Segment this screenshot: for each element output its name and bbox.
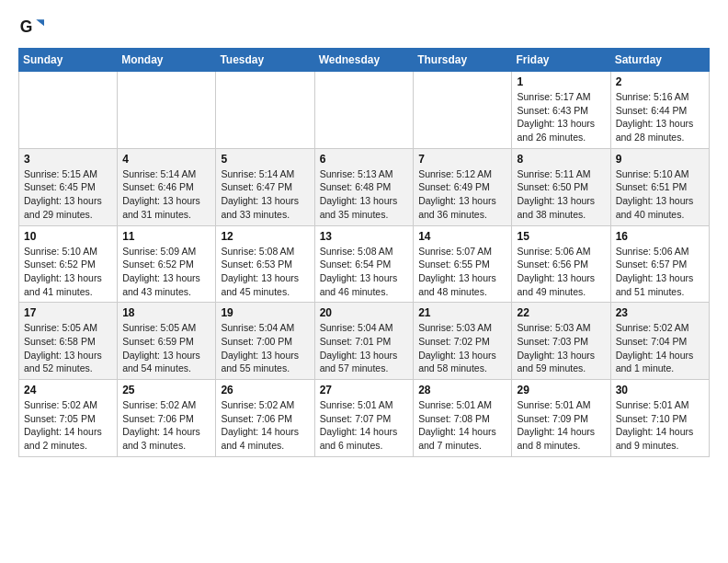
day-info: Sunrise: 5:07 AM Sunset: 6:55 PM Dayligh… <box>418 245 506 299</box>
calendar-cell: 3Sunrise: 5:15 AM Sunset: 6:45 PM Daylig… <box>19 148 118 225</box>
day-info: Sunrise: 5:02 AM Sunset: 7:04 PM Dayligh… <box>616 321 704 375</box>
day-number: 29 <box>517 384 605 396</box>
day-number: 26 <box>221 384 309 396</box>
week-row: 10Sunrise: 5:10 AM Sunset: 6:52 PM Dayli… <box>19 225 710 303</box>
calendar-cell: 23Sunrise: 5:02 AM Sunset: 7:04 PM Dayli… <box>610 303 709 380</box>
day-number: 12 <box>221 230 309 243</box>
day-number: 2 <box>616 75 704 88</box>
day-number: 14 <box>418 230 506 243</box>
week-row: 3Sunrise: 5:15 AM Sunset: 6:45 PM Daylig… <box>19 148 710 225</box>
weekday-header: Friday <box>512 49 610 72</box>
calendar-cell <box>19 72 118 149</box>
day-info: Sunrise: 5:01 AM Sunset: 7:07 PM Dayligh… <box>320 398 409 453</box>
page-header: G <box>18 15 710 40</box>
day-number: 16 <box>616 230 704 243</box>
day-info: Sunrise: 5:01 AM Sunset: 7:09 PM Dayligh… <box>517 398 605 453</box>
day-number: 3 <box>24 153 112 166</box>
day-info: Sunrise: 5:11 AM Sunset: 6:50 PM Dayligh… <box>517 167 605 222</box>
calendar-cell: 8Sunrise: 5:11 AM Sunset: 6:50 PM Daylig… <box>512 148 610 225</box>
day-info: Sunrise: 5:05 AM Sunset: 6:58 PM Dayligh… <box>24 321 112 375</box>
svg-marker-1 <box>36 19 44 26</box>
logo: G <box>18 15 48 40</box>
day-number: 24 <box>24 384 112 396</box>
day-number: 17 <box>24 306 112 319</box>
calendar-cell <box>314 72 414 149</box>
calendar-cell: 7Sunrise: 5:12 AM Sunset: 6:49 PM Daylig… <box>414 148 512 225</box>
day-number: 9 <box>616 153 704 166</box>
day-info: Sunrise: 5:06 AM Sunset: 6:57 PM Dayligh… <box>616 245 704 299</box>
calendar-cell: 9Sunrise: 5:10 AM Sunset: 6:51 PM Daylig… <box>610 148 709 225</box>
day-info: Sunrise: 5:03 AM Sunset: 7:03 PM Dayligh… <box>517 321 605 375</box>
day-info: Sunrise: 5:02 AM Sunset: 7:06 PM Dayligh… <box>221 398 309 453</box>
calendar-cell: 13Sunrise: 5:08 AM Sunset: 6:54 PM Dayli… <box>314 225 414 303</box>
day-info: Sunrise: 5:05 AM Sunset: 6:59 PM Dayligh… <box>122 321 210 375</box>
calendar: SundayMondayTuesdayWednesdayThursdayFrid… <box>18 48 710 457</box>
day-number: 30 <box>616 384 704 396</box>
calendar-cell: 1Sunrise: 5:17 AM Sunset: 6:43 PM Daylig… <box>512 72 610 149</box>
day-info: Sunrise: 5:03 AM Sunset: 7:02 PM Dayligh… <box>418 321 506 375</box>
day-number: 13 <box>320 230 409 243</box>
calendar-cell: 16Sunrise: 5:06 AM Sunset: 6:57 PM Dayli… <box>610 225 709 303</box>
day-number: 8 <box>517 153 605 166</box>
day-info: Sunrise: 5:06 AM Sunset: 6:56 PM Dayligh… <box>517 245 605 299</box>
day-info: Sunrise: 5:04 AM Sunset: 7:00 PM Dayligh… <box>221 321 309 375</box>
calendar-cell: 2Sunrise: 5:16 AM Sunset: 6:44 PM Daylig… <box>610 72 709 149</box>
day-number: 19 <box>221 306 309 319</box>
calendar-cell: 14Sunrise: 5:07 AM Sunset: 6:55 PM Dayli… <box>414 225 512 303</box>
day-number: 21 <box>418 306 506 319</box>
day-number: 20 <box>320 306 409 319</box>
day-number: 18 <box>122 306 210 319</box>
day-info: Sunrise: 5:01 AM Sunset: 7:08 PM Dayligh… <box>418 398 506 453</box>
calendar-cell <box>216 72 314 149</box>
weekday-header: Monday <box>118 49 216 72</box>
day-info: Sunrise: 5:02 AM Sunset: 7:06 PM Dayligh… <box>122 398 210 453</box>
day-number: 22 <box>517 306 605 319</box>
weekday-header: Thursday <box>414 49 512 72</box>
calendar-cell <box>118 72 216 149</box>
day-number: 10 <box>24 230 112 243</box>
week-row: 1Sunrise: 5:17 AM Sunset: 6:43 PM Daylig… <box>19 72 710 149</box>
calendar-cell: 26Sunrise: 5:02 AM Sunset: 7:06 PM Dayli… <box>216 380 314 457</box>
day-info: Sunrise: 5:10 AM Sunset: 6:52 PM Dayligh… <box>24 245 112 299</box>
day-info: Sunrise: 5:17 AM Sunset: 6:43 PM Dayligh… <box>517 90 605 144</box>
calendar-cell: 18Sunrise: 5:05 AM Sunset: 6:59 PM Dayli… <box>118 303 216 380</box>
day-info: Sunrise: 5:09 AM Sunset: 6:52 PM Dayligh… <box>122 245 210 299</box>
day-info: Sunrise: 5:13 AM Sunset: 6:48 PM Dayligh… <box>320 167 409 222</box>
weekday-header: Sunday <box>19 49 118 72</box>
logo-icon: G <box>18 15 44 40</box>
calendar-cell: 22Sunrise: 5:03 AM Sunset: 7:03 PM Dayli… <box>512 303 610 380</box>
day-number: 23 <box>616 306 704 319</box>
day-number: 4 <box>122 153 210 166</box>
calendar-cell: 29Sunrise: 5:01 AM Sunset: 7:09 PM Dayli… <box>512 380 610 457</box>
calendar-cell: 6Sunrise: 5:13 AM Sunset: 6:48 PM Daylig… <box>314 148 414 225</box>
day-info: Sunrise: 5:04 AM Sunset: 7:01 PM Dayligh… <box>320 321 409 375</box>
calendar-cell: 17Sunrise: 5:05 AM Sunset: 6:58 PM Dayli… <box>19 303 118 380</box>
weekday-header: Saturday <box>610 49 709 72</box>
day-number: 15 <box>517 230 605 243</box>
calendar-cell <box>414 72 512 149</box>
day-number: 28 <box>418 384 506 396</box>
calendar-cell: 21Sunrise: 5:03 AM Sunset: 7:02 PM Dayli… <box>414 303 512 380</box>
day-info: Sunrise: 5:02 AM Sunset: 7:05 PM Dayligh… <box>24 398 112 453</box>
day-info: Sunrise: 5:14 AM Sunset: 6:47 PM Dayligh… <box>221 167 309 222</box>
day-info: Sunrise: 5:08 AM Sunset: 6:53 PM Dayligh… <box>221 245 309 299</box>
weekday-header-row: SundayMondayTuesdayWednesdayThursdayFrid… <box>19 49 710 72</box>
day-info: Sunrise: 5:14 AM Sunset: 6:46 PM Dayligh… <box>122 167 210 222</box>
day-number: 25 <box>122 384 210 396</box>
weekday-header: Tuesday <box>216 49 314 72</box>
weekday-header: Wednesday <box>314 49 414 72</box>
day-info: Sunrise: 5:16 AM Sunset: 6:44 PM Dayligh… <box>616 90 704 144</box>
calendar-cell: 11Sunrise: 5:09 AM Sunset: 6:52 PM Dayli… <box>118 225 216 303</box>
day-number: 5 <box>221 153 309 166</box>
calendar-cell: 19Sunrise: 5:04 AM Sunset: 7:00 PM Dayli… <box>216 303 314 380</box>
calendar-cell: 12Sunrise: 5:08 AM Sunset: 6:53 PM Dayli… <box>216 225 314 303</box>
week-row: 24Sunrise: 5:02 AM Sunset: 7:05 PM Dayli… <box>19 380 710 457</box>
calendar-cell: 20Sunrise: 5:04 AM Sunset: 7:01 PM Dayli… <box>314 303 414 380</box>
svg-text:G: G <box>20 17 33 36</box>
day-number: 27 <box>320 384 409 396</box>
calendar-cell: 28Sunrise: 5:01 AM Sunset: 7:08 PM Dayli… <box>414 380 512 457</box>
day-number: 6 <box>320 153 409 166</box>
day-info: Sunrise: 5:01 AM Sunset: 7:10 PM Dayligh… <box>616 398 704 453</box>
calendar-cell: 30Sunrise: 5:01 AM Sunset: 7:10 PM Dayli… <box>610 380 709 457</box>
week-row: 17Sunrise: 5:05 AM Sunset: 6:58 PM Dayli… <box>19 303 710 380</box>
